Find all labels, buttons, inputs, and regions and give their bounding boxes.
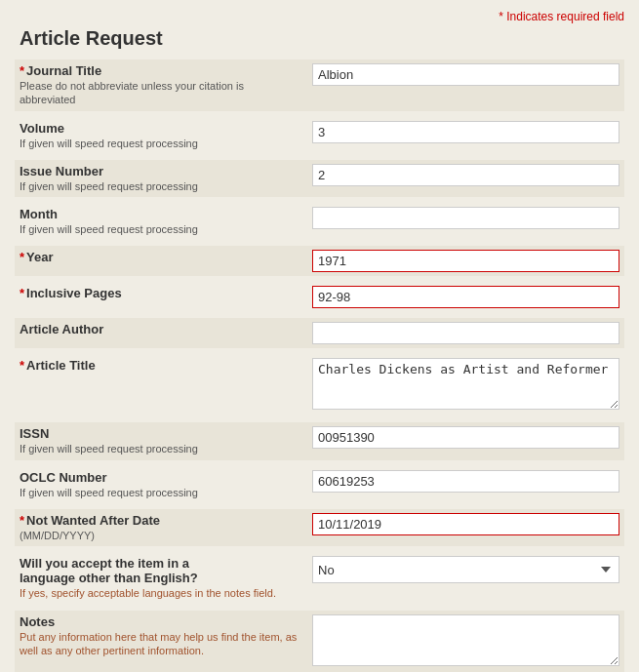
notes-label: Notes (20, 614, 302, 629)
year-row: *Year (15, 246, 624, 276)
notes-input[interactable] (312, 614, 619, 666)
issn-row: ISSN If given will speed request process… (15, 422, 624, 459)
required-note: * Indicates required field (15, 10, 624, 23)
oclc-number-input[interactable] (312, 470, 619, 493)
article-title-required-star: * (20, 358, 24, 373)
notes-hint: Put any information here that may help u… (20, 630, 302, 658)
article-title-input[interactable]: Charles Dickens as Artist and Reformer (312, 358, 619, 410)
month-input[interactable] (312, 207, 619, 229)
issue-number-input[interactable] (312, 164, 619, 186)
issn-hint: If given will speed request processing (20, 442, 302, 455)
not-wanted-after-row: *Not Wanted After Date (MM/DD/YYYY) (15, 509, 624, 546)
page-title: Article Request (15, 27, 624, 50)
volume-label: Volume (20, 121, 302, 136)
journal-title-input[interactable] (312, 63, 619, 86)
inclusive-pages-input[interactable] (312, 286, 619, 308)
volume-input[interactable] (312, 121, 619, 143)
article-title-row: *Article Title Charles Dickens as Artist… (15, 354, 624, 416)
issue-number-row: Issue Number If given will speed request… (15, 160, 624, 197)
oclc-number-row: OCLC Number If given will speed request … (15, 466, 624, 503)
year-input[interactable] (312, 250, 619, 272)
month-row: Month If given will speed request proces… (15, 203, 624, 240)
article-title-label: *Article Title (20, 358, 302, 373)
inclusive-pages-row: *Inclusive Pages (15, 282, 624, 312)
journal-title-hint: Please do not abbreviate unless your cit… (20, 79, 302, 107)
issn-input[interactable] (312, 426, 619, 449)
issue-number-hint: If given will speed request processing (20, 179, 302, 193)
issn-label: ISSN (20, 426, 302, 441)
oclc-number-label: OCLC Number (20, 470, 302, 485)
inclusive-pages-required-star: * (20, 286, 24, 300)
inclusive-pages-label: *Inclusive Pages (20, 286, 302, 300)
year-required-star: * (20, 250, 24, 264)
oclc-number-hint: If given will speed request processing (20, 486, 302, 499)
language-hint: If yes, specify acceptable languages in … (20, 586, 302, 600)
language-select[interactable]: No Yes (312, 556, 619, 583)
article-author-label: Article Author (20, 322, 302, 336)
volume-row: Volume If given will speed request proce… (15, 117, 624, 154)
month-label: Month (20, 207, 302, 221)
article-author-input[interactable] (312, 322, 619, 344)
year-label: *Year (20, 250, 302, 264)
not-wanted-after-input[interactable] (312, 513, 619, 535)
volume-hint: If given will speed request processing (20, 137, 302, 150)
notes-row: Notes Put any information here that may … (15, 611, 624, 672)
language-label: Will you accept the item in a language o… (20, 556, 302, 585)
journal-title-required-star: * (20, 63, 24, 78)
not-wanted-after-hint: (MM/DD/YYYY) (20, 529, 302, 542)
not-wanted-after-label: *Not Wanted After Date (20, 513, 302, 528)
article-author-row: Article Author (15, 318, 624, 348)
language-row: Will you accept the item in a language o… (15, 552, 624, 604)
not-wanted-after-required-star: * (20, 513, 24, 528)
journal-title-row: *Journal Title Please do not abbreviate … (15, 59, 624, 111)
journal-title-label: *Journal Title (20, 63, 302, 78)
month-hint: If given will speed request processing (20, 222, 302, 236)
issue-number-label: Issue Number (20, 164, 302, 178)
